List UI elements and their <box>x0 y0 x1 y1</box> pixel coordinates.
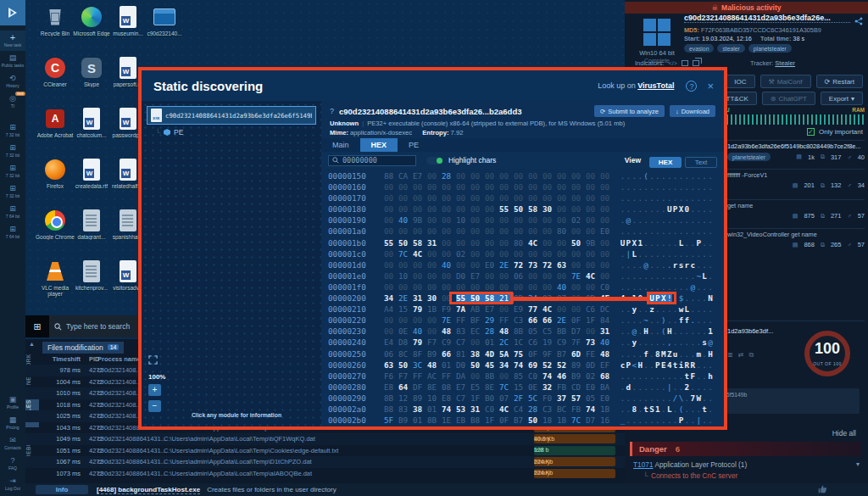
submit-to-analyze-button[interactable]: ⟳ Submit to analyze <box>594 105 665 117</box>
selected-process-name[interactable]: 1d2a93b6e3df... <box>727 327 817 335</box>
tree-item-pe[interactable]: └ PE <box>155 128 183 137</box>
tab-main[interactable]: Main <box>321 138 360 152</box>
tracker-link[interactable]: Stealer <box>775 59 795 67</box>
modules-icon[interactable]: ≣ <box>727 351 733 359</box>
collapse-arrow-icon[interactable]: ▲ <box>29 341 35 347</box>
sidebar-item-7-64-bit[interactable]: ⊞7 64 bit <box>0 202 25 222</box>
hex-byte: 15 <box>398 304 413 315</box>
status-process-link[interactable]: [4468] backgroundTaskHost.exe <box>97 486 200 494</box>
desktop-icon-vlc-media-player[interactable]: VLC media player <box>36 259 75 298</box>
process-row[interactable]: get name▤875⧉271♂57 <box>727 199 865 220</box>
view-hex-button[interactable]: HEX <box>649 157 682 168</box>
sidebar-item-history[interactable]: ⟲History <box>0 71 25 92</box>
hex-offset: 00000190 <box>328 215 366 226</box>
sidebar-item-7-32-bit[interactable]: ⊞7 32 bit <box>0 120 25 141</box>
hex-byte: 00 <box>485 192 499 203</box>
connections-icon[interactable]: ⇄ <box>738 351 744 359</box>
ioc-button[interactable]: IOC <box>726 75 754 88</box>
process-row[interactable]: ffffffff -ForceV1▤201⧉132♂34 <box>727 169 865 189</box>
technique-id-link[interactable]: T1071 <box>633 460 654 469</box>
desktop-icon-adobe-acrobat[interactable]: AAdobe Acrobat <box>36 107 75 138</box>
hex-byte: 00 <box>413 226 427 237</box>
printer-icon[interactable] <box>682 60 688 66</box>
offset-search-input[interactable]: 00000000 <box>328 155 416 166</box>
desktop-icon-createdata-rtf[interactable]: createdata.rtf <box>72 158 111 189</box>
view-text-button[interactable]: Text <box>685 157 717 168</box>
anyrun-logo-icon[interactable] <box>0 0 25 25</box>
desktop-icon-ccleaner[interactable]: CCCleaner <box>36 56 75 87</box>
windows-start-button[interactable]: ⊞ <box>25 315 49 337</box>
sidebar-item-public-tasks[interactable]: ▤Public tasks <box>0 51 25 71</box>
desktop-icon-museumin[interactable]: museumin... <box>108 5 147 36</box>
process-stats: ▤875⧉271♂57 <box>793 212 865 220</box>
hex-byte: 6D <box>571 348 586 359</box>
sidebar-item-7-32-bit[interactable]: ⊞7 32 bit <box>0 141 25 161</box>
tag-evasion[interactable]: evasion <box>684 44 714 53</box>
hex-byte: BF <box>470 315 485 326</box>
tab-hex[interactable]: HEX <box>360 138 398 152</box>
hex-byte: 00 <box>485 237 499 248</box>
file-row[interactable]: 1049 ms4272c90d23214088641431...C:\Users… <box>25 433 625 445</box>
desktop-icon-datagrant[interactable]: datagrant... <box>72 209 111 240</box>
checkbox-checked-icon[interactable]: ✓ <box>807 128 815 136</box>
zoom-out-button[interactable]: − <box>148 400 161 412</box>
copy-icon[interactable] <box>693 60 699 66</box>
close-icon[interactable]: × <box>707 80 714 92</box>
mitre-technique-row: T1071 Application Layer Protocol (1) <box>633 460 747 469</box>
process-name: 1d2a93b6e3dfa26e6f5149bc8028449b7ce2f8e.… <box>727 142 865 150</box>
desktop-icon-google-chrome[interactable]: Google Chrome <box>36 209 75 240</box>
tab-pe[interactable]: PE <box>398 138 430 152</box>
desktop-icon-recycle-bin[interactable]: Recycle Bin <box>36 5 75 36</box>
chatgpt-button[interactable]: ⊛ChatGPT <box>762 92 815 105</box>
download-button[interactable]: ↓ Download <box>670 105 715 117</box>
fullscreen-icon[interactable] <box>148 355 182 366</box>
desktop-icon-c90d232140[interactable]: c90d232140... <box>145 5 184 36</box>
restart-button[interactable]: ⟳Restart <box>816 75 864 88</box>
sidebar-item-contacts[interactable]: ✉Contacts <box>0 433 25 454</box>
virustotal-link[interactable]: VirusTotal <box>637 81 674 90</box>
hex-dump[interactable]: 0000015088CAE700280000000000000000000000… <box>321 170 724 426</box>
share-icon[interactable] <box>854 14 863 29</box>
desktop-icon-microsoft-edge[interactable]: Microsoft Edge <box>72 5 111 36</box>
sidebar-item-7-64-bit[interactable]: ⊞7 64 bit <box>0 222 25 242</box>
hex-byte: 10 <box>456 215 470 226</box>
offset-search-value: 00000000 <box>342 156 377 164</box>
desktop-icon-chatcolum[interactable]: chatcolum... <box>72 107 111 138</box>
file-row[interactable]: 1051 ms4272c90d23214088641431...C:\Users… <box>25 445 625 457</box>
file-row[interactable]: 1067 ms4272c90d23214088641431...C:\Users… <box>25 456 625 468</box>
sidebar-item-new-task[interactable]: +New task <box>0 31 25 51</box>
dump-icon[interactable]: ⧉ <box>748 351 754 359</box>
desktop-icon-kitchenprov[interactable]: kitchenprov... <box>72 259 111 291</box>
tag-planetstealer[interactable]: planetstealer <box>748 44 792 53</box>
chevron-down-icon[interactable]: ▾ <box>856 460 860 468</box>
sidebar-item-faq[interactable]: ?FAQ <box>0 454 25 474</box>
sidebar-item-ti[interactable]: ◎newTI <box>0 92 25 112</box>
files-modification-tab[interactable]: Files modification 14 <box>42 342 124 354</box>
tree-item-sample-file[interactable]: c90d23214088641431d2a93b6e3dfa26e6f5149b… <box>147 106 316 125</box>
desktop-icon-firefox[interactable]: Firefox <box>36 158 75 189</box>
export-button[interactable]: Export▾ <box>821 92 863 105</box>
code-icon[interactable]: </> <box>669 60 677 66</box>
sidebar-item-7-32-bit[interactable]: ⊞7 32 bit <box>0 161 25 181</box>
sidebar-item-7-32-bit[interactable]: ⊞7 32 bit <box>0 181 25 202</box>
hide-all-link[interactable]: Hide all <box>832 429 856 437</box>
highlight-chars-toggle[interactable] <box>426 157 443 164</box>
sample-hash-link[interactable]: c90d23214088641431d2a93b6e3dfa26e... <box>684 14 850 23</box>
sidebar-item-log-out[interactable]: ⇥Log Out <box>0 474 25 494</box>
sidebar-item-pricing[interactable]: ▦Pricing <box>0 413 25 433</box>
thumbs-up-icon[interactable] <box>817 484 827 496</box>
info-button[interactable]: Info <box>36 485 88 494</box>
help-icon[interactable]: ? <box>686 81 697 92</box>
sidebar-item-profile[interactable]: ▣Profile <box>0 393 25 413</box>
malconf-button[interactable]: ⚒MalConf <box>760 75 811 88</box>
malware-tags: evasionstealerplanetstealer <box>684 44 792 53</box>
hex-byte: 37 <box>557 393 571 404</box>
zoom-in-button[interactable]: + <box>148 384 161 396</box>
hex-byte: 4C <box>542 304 557 315</box>
file-row[interactable]: 1073 ms4272c90d23214088641431...C:\Users… <box>25 468 625 480</box>
desktop-icon-skype[interactable]: SSkype <box>72 56 111 87</box>
process-row[interactable]: win32_VideoController get name▤868⧉265♂5… <box>727 228 865 248</box>
tag-stealer[interactable]: stealer <box>717 44 744 53</box>
danger-section-header[interactable]: Danger 6 <box>630 442 861 456</box>
process-row[interactable]: 1d2a93b6e3dfa26e6f5149bc8028449b7ce2f8e.… <box>727 140 865 161</box>
